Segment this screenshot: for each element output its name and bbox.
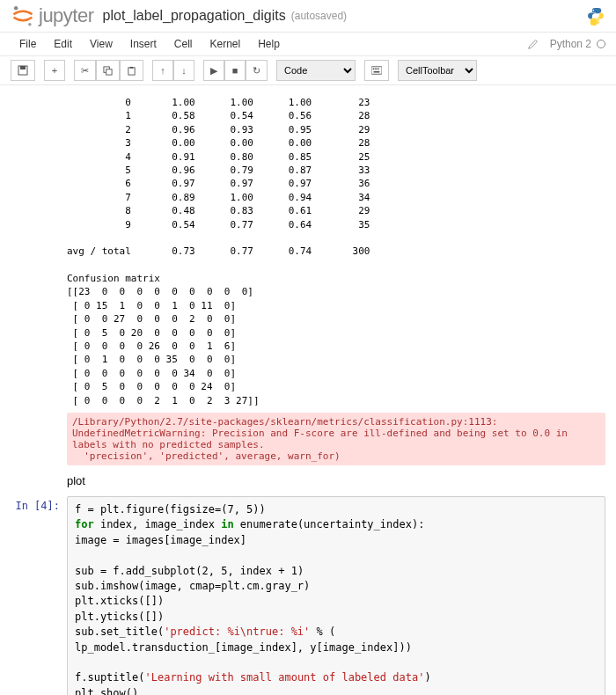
kernel-indicator: Python 2 <box>527 38 605 50</box>
move-down-button[interactable]: ↓ <box>173 60 194 81</box>
svg-rect-7 <box>106 69 112 74</box>
svg-rect-5 <box>20 66 26 70</box>
menu-view[interactable]: View <box>81 34 121 54</box>
toolbar: + ✂ ↑ ↓ ▶ ■ ↻ Code CellToolbar <box>0 56 616 85</box>
move-up-button[interactable]: ↑ <box>152 60 173 81</box>
menu-cell[interactable]: Cell <box>165 34 202 54</box>
copy-icon <box>103 66 113 76</box>
svg-rect-10 <box>371 67 382 75</box>
svg-point-0 <box>14 6 18 10</box>
svg-rect-12 <box>375 68 377 70</box>
svg-point-1 <box>28 23 32 26</box>
kernel-status-icon <box>597 40 605 48</box>
output-cell: 0 1.00 1.00 1.00 23 1 0.58 0.54 0.56 28 … <box>0 92 616 494</box>
python-icon <box>586 6 605 26</box>
menu-kernel[interactable]: Kernel <box>202 34 250 54</box>
notebook-title[interactable]: plot_label_propagation_digits <box>103 8 286 24</box>
classification-report: 0 1.00 1.00 1.00 23 1 0.58 0.54 0.56 28 … <box>67 94 605 409</box>
header: jupyter plot_label_propagation_digits (a… <box>0 0 616 33</box>
cut-button[interactable]: ✂ <box>74 60 96 81</box>
warning-output: /Library/Python/2.7/site-packages/sklear… <box>67 413 605 465</box>
pencil-icon[interactable] <box>527 38 539 50</box>
svg-rect-9 <box>130 66 134 68</box>
command-palette-button[interactable] <box>364 60 389 81</box>
cell-type-select[interactable]: Code <box>276 60 356 81</box>
copy-button[interactable] <box>96 60 120 81</box>
save-button[interactable] <box>11 60 35 81</box>
menu-help[interactable]: Help <box>249 34 289 54</box>
jupyter-icon <box>11 4 35 28</box>
floppy-icon <box>18 65 28 76</box>
paste-button[interactable] <box>120 60 143 81</box>
logo[interactable]: jupyter <box>11 4 94 28</box>
paste-icon <box>127 66 136 76</box>
restart-button[interactable]: ↻ <box>246 60 268 81</box>
svg-rect-11 <box>373 68 375 70</box>
code-editor[interactable]: f = plt.figure(figsize=(7, 5)) for index… <box>67 496 605 695</box>
kernel-name: Python 2 <box>550 38 591 50</box>
svg-point-2 <box>592 10 594 11</box>
logo-text: jupyter <box>39 4 94 27</box>
notebook-area: 0 1.00 1.00 1.00 23 1 0.58 0.54 0.56 28 … <box>0 85 616 695</box>
svg-rect-13 <box>378 68 379 70</box>
cell-toolbar-select[interactable]: CellToolbar <box>398 60 477 81</box>
input-prompt: In [4]: <box>11 496 67 695</box>
svg-rect-8 <box>128 67 135 74</box>
svg-point-3 <box>598 20 599 22</box>
menubar: File Edit View Insert Cell Kernel Help P… <box>0 33 616 56</box>
add-cell-button[interactable]: + <box>44 60 65 81</box>
menu-file[interactable]: File <box>11 34 45 54</box>
autosave-status: (autosaved) <box>291 10 347 22</box>
code-cell[interactable]: In [4]: f = plt.figure(figsize=(7, 5)) f… <box>0 494 616 695</box>
keyboard-icon <box>371 66 382 75</box>
svg-rect-14 <box>374 71 380 73</box>
run-button[interactable]: ▶ <box>203 60 224 81</box>
stop-button[interactable]: ■ <box>224 60 246 81</box>
menu-edit[interactable]: Edit <box>45 34 81 54</box>
output-prompt <box>11 94 67 493</box>
plot-repr: plot <box>67 469 605 493</box>
menu-insert[interactable]: Insert <box>121 34 165 54</box>
